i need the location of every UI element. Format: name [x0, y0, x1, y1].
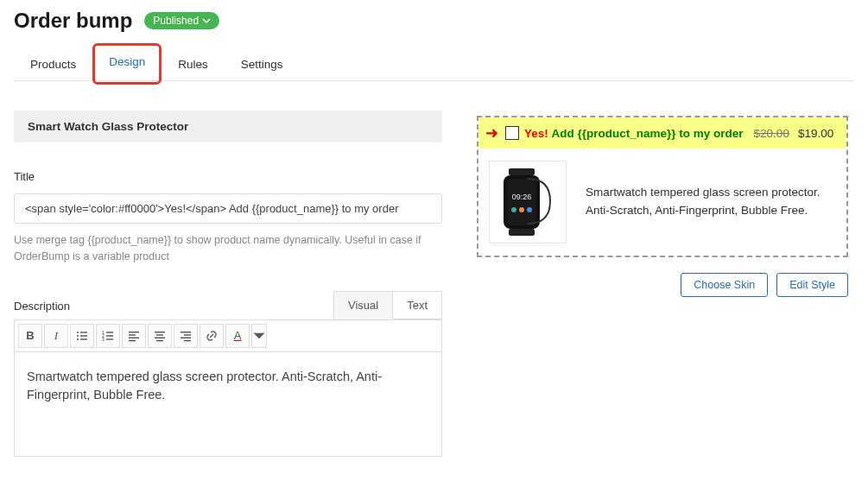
svg-point-30 — [519, 207, 524, 212]
svg-point-31 — [527, 207, 532, 212]
svg-rect-3 — [80, 335, 87, 336]
text-color-dropdown[interactable] — [251, 324, 267, 348]
italic-button[interactable]: I — [44, 324, 68, 348]
bullet-list-button[interactable] — [70, 324, 94, 348]
bump-add-text: Add {{product_name}} to my order — [552, 127, 744, 140]
svg-rect-20 — [181, 332, 191, 332]
arrow-right-icon: ➜ — [485, 125, 498, 141]
italic-icon: I — [54, 329, 58, 343]
svg-rect-12 — [129, 332, 139, 332]
svg-rect-18 — [155, 337, 165, 338]
svg-text:3: 3 — [102, 336, 105, 341]
bump-yes-text: Yes! — [524, 127, 548, 140]
svg-rect-19 — [156, 339, 163, 340]
bold-button[interactable]: B — [18, 324, 42, 348]
svg-rect-7 — [106, 332, 113, 332]
smartwatch-icon: 09:26 — [497, 167, 559, 237]
svg-rect-16 — [155, 332, 165, 332]
page-title: Order bump — [14, 9, 132, 33]
status-label: Published — [153, 15, 199, 27]
tabs: Products Design Rules Settings — [14, 48, 854, 81]
numbered-list-button[interactable]: 123 — [96, 324, 120, 348]
svg-rect-22 — [181, 337, 191, 338]
numbered-list-icon: 123 — [101, 329, 115, 343]
bold-icon: B — [26, 329, 34, 342]
description-editor[interactable]: Smartwatch tempered glass screen protect… — [15, 352, 441, 456]
title-label: Title — [14, 170, 442, 183]
svg-rect-21 — [184, 334, 191, 335]
svg-rect-24 — [509, 168, 535, 175]
svg-point-0 — [77, 332, 79, 333]
bump-price-old: $20.00 — [754, 127, 789, 140]
svg-text:09:26: 09:26 — [512, 193, 532, 201]
product-image: 09:26 — [489, 161, 567, 243]
svg-rect-15 — [129, 339, 136, 340]
align-left-icon — [127, 329, 141, 343]
svg-point-4 — [77, 338, 79, 340]
preview-box: ➜ Yes! Add {{product_name}} to my order … — [477, 116, 848, 257]
svg-rect-13 — [129, 334, 136, 335]
svg-rect-17 — [156, 334, 163, 335]
editor-tab-text[interactable]: Text — [392, 291, 442, 319]
text-color-button[interactable]: A — [225, 324, 250, 348]
svg-point-2 — [77, 335, 79, 337]
title-help-text: Use merge tag {{product_name}} to show p… — [14, 232, 442, 265]
bump-description: Smartwatch tempered glass screen protect… — [586, 184, 831, 220]
svg-rect-27 — [507, 179, 536, 225]
link-icon — [205, 329, 219, 343]
tab-products[interactable]: Products — [14, 48, 92, 80]
bump-price-new: $19.00 — [798, 127, 833, 140]
title-input[interactable] — [14, 193, 442, 224]
tab-rules[interactable]: Rules — [162, 48, 225, 80]
chevron-down-icon — [202, 16, 211, 25]
svg-rect-23 — [184, 339, 191, 340]
svg-rect-9 — [106, 335, 113, 336]
align-center-icon — [153, 329, 167, 343]
product-name-header: Smart Watch Glass Protector — [14, 111, 442, 142]
bump-checkbox[interactable] — [505, 126, 519, 140]
text-color-icon: A — [234, 329, 242, 342]
align-left-button[interactable] — [122, 324, 146, 348]
bump-header: ➜ Yes! Add {{product_name}} to my order … — [478, 117, 846, 149]
svg-rect-1 — [80, 332, 87, 332]
svg-rect-25 — [509, 229, 535, 236]
tab-design[interactable]: Design — [92, 43, 162, 85]
align-center-button[interactable] — [148, 324, 172, 348]
align-right-button[interactable] — [174, 324, 198, 348]
caret-down-icon — [252, 329, 266, 343]
svg-rect-14 — [129, 337, 139, 338]
edit-style-button[interactable]: Edit Style — [776, 273, 848, 297]
svg-rect-11 — [106, 338, 113, 339]
svg-rect-5 — [80, 338, 87, 339]
editor-toolbar: B I 123 — [15, 320, 441, 352]
link-button[interactable] — [200, 324, 224, 348]
align-right-icon — [179, 329, 193, 343]
bullet-list-icon — [75, 329, 89, 343]
svg-point-29 — [511, 207, 516, 212]
editor-tab-visual[interactable]: Visual — [333, 291, 392, 319]
choose-skin-button[interactable]: Choose Skin — [681, 273, 768, 297]
editor-mode-tabs: Visual Text — [333, 291, 442, 319]
description-label: Description — [14, 300, 70, 313]
status-badge[interactable]: Published — [144, 12, 219, 29]
tab-settings[interactable]: Settings — [225, 48, 300, 80]
